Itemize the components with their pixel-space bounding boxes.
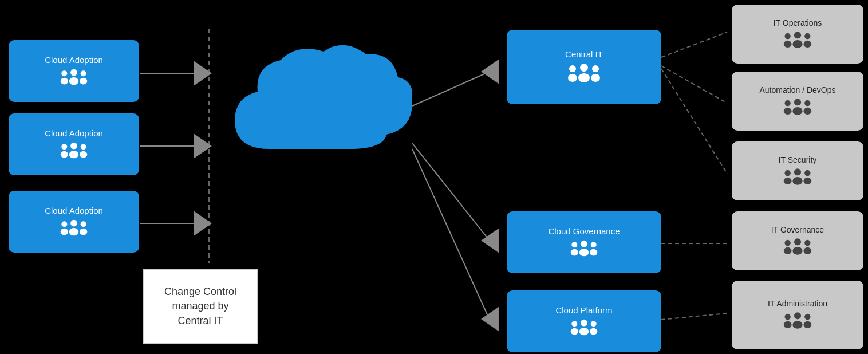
svg-point-73 bbox=[784, 321, 792, 328]
svg-point-65 bbox=[803, 177, 811, 184]
cloud-platform-label: Cloud Platform bbox=[555, 305, 612, 315]
svg-point-56 bbox=[794, 99, 801, 105]
svg-point-30 bbox=[569, 65, 576, 72]
svg-point-36 bbox=[571, 242, 577, 247]
arrow-right-1 bbox=[194, 61, 212, 86]
diagram: Cloud Adoption Cloud Adoption Cloud Adop… bbox=[0, 0, 868, 354]
svg-point-53 bbox=[803, 40, 811, 47]
cloud-adoption-2-label: Cloud Adoption bbox=[45, 128, 103, 138]
svg-point-43 bbox=[571, 328, 578, 335]
it-operations-box: IT Operations bbox=[732, 5, 863, 64]
svg-point-23 bbox=[80, 151, 87, 158]
central-it-icon bbox=[567, 61, 601, 85]
svg-point-61 bbox=[784, 177, 792, 184]
svg-point-39 bbox=[579, 249, 589, 256]
svg-point-29 bbox=[80, 228, 87, 235]
svg-point-15 bbox=[69, 77, 79, 85]
svg-point-31 bbox=[568, 74, 577, 82]
cloud-adoption-box-1: Cloud Adoption bbox=[9, 40, 139, 102]
arrow-left-cloud-governance bbox=[481, 228, 499, 253]
svg-point-77 bbox=[803, 321, 811, 328]
svg-point-50 bbox=[794, 32, 801, 38]
svg-point-14 bbox=[70, 69, 77, 76]
it-operations-label: IT Operations bbox=[774, 18, 822, 27]
cloud-adoption-3-label: Cloud Adoption bbox=[45, 206, 103, 215]
svg-point-67 bbox=[784, 247, 792, 254]
cloud-svg bbox=[223, 34, 412, 172]
svg-point-45 bbox=[579, 328, 589, 335]
svg-point-25 bbox=[61, 228, 68, 235]
automation-devops-box: Automation / DevOps bbox=[732, 72, 863, 131]
svg-point-69 bbox=[792, 247, 802, 255]
svg-point-74 bbox=[794, 312, 801, 319]
cloud-governance-label: Cloud Governance bbox=[548, 226, 620, 236]
svg-point-32 bbox=[580, 64, 588, 72]
cloud-adoption-box-3: Cloud Adoption bbox=[9, 191, 139, 253]
it-security-label: IT Security bbox=[779, 155, 817, 164]
it-security-box: IT Security bbox=[732, 141, 863, 200]
svg-point-63 bbox=[792, 177, 802, 185]
svg-point-20 bbox=[70, 142, 77, 149]
svg-line-7 bbox=[661, 32, 727, 57]
cloud-platform-box: Cloud Platform bbox=[507, 290, 661, 352]
arrow-left-central-it bbox=[481, 59, 499, 84]
svg-point-52 bbox=[804, 33, 810, 38]
svg-point-70 bbox=[804, 239, 810, 245]
central-it-label: Central IT bbox=[565, 49, 603, 59]
svg-point-47 bbox=[590, 328, 597, 335]
it-administration-icon bbox=[783, 310, 812, 331]
svg-point-68 bbox=[794, 238, 801, 245]
svg-point-26 bbox=[70, 219, 77, 226]
it-governance-box: IT Governance bbox=[732, 211, 863, 270]
svg-point-58 bbox=[804, 100, 810, 105]
svg-point-48 bbox=[784, 33, 790, 38]
cloud-governance-box: Cloud Governance bbox=[507, 211, 661, 273]
svg-point-60 bbox=[784, 170, 790, 175]
svg-point-75 bbox=[792, 321, 802, 329]
cloud-platform-icon bbox=[570, 317, 598, 338]
svg-point-71 bbox=[803, 247, 811, 254]
svg-point-41 bbox=[590, 249, 597, 255]
arrow-right-3 bbox=[194, 211, 212, 236]
svg-point-38 bbox=[581, 240, 587, 247]
svg-point-66 bbox=[784, 239, 790, 245]
svg-point-51 bbox=[792, 40, 802, 48]
cloud-governance-icon bbox=[570, 238, 598, 259]
svg-point-33 bbox=[578, 73, 590, 82]
arrow-right-2 bbox=[194, 133, 212, 159]
svg-point-64 bbox=[804, 170, 810, 175]
svg-point-62 bbox=[794, 168, 801, 175]
people-icon-1 bbox=[60, 67, 88, 88]
svg-point-13 bbox=[61, 77, 68, 84]
svg-point-24 bbox=[61, 221, 67, 227]
cloud-adoption-box-2: Cloud Adoption bbox=[9, 113, 139, 175]
svg-point-42 bbox=[571, 321, 577, 327]
cloud-shape bbox=[223, 34, 412, 195]
people-icon-3 bbox=[60, 218, 88, 238]
svg-point-18 bbox=[61, 144, 67, 150]
svg-point-28 bbox=[81, 221, 86, 227]
svg-point-49 bbox=[784, 40, 792, 47]
svg-point-55 bbox=[784, 107, 792, 114]
svg-line-8 bbox=[661, 66, 727, 103]
svg-point-12 bbox=[61, 70, 67, 76]
svg-point-37 bbox=[571, 249, 578, 255]
svg-line-5 bbox=[412, 143, 490, 241]
svg-point-72 bbox=[784, 314, 790, 320]
central-it-box: Central IT bbox=[507, 30, 661, 104]
svg-line-11 bbox=[661, 313, 727, 320]
svg-line-4 bbox=[412, 72, 490, 106]
svg-point-21 bbox=[69, 151, 79, 158]
svg-point-35 bbox=[591, 74, 600, 82]
people-icon-2 bbox=[60, 140, 88, 161]
svg-point-76 bbox=[804, 314, 810, 320]
svg-point-27 bbox=[69, 228, 79, 235]
change-control-box: Change Controlmanaged byCentral IT bbox=[143, 269, 258, 344]
automation-devops-label: Automation / DevOps bbox=[759, 85, 835, 95]
svg-point-16 bbox=[81, 70, 86, 76]
it-security-icon bbox=[783, 167, 812, 187]
it-governance-icon bbox=[783, 237, 812, 257]
svg-point-54 bbox=[784, 100, 790, 105]
it-administration-box: IT Administration bbox=[732, 281, 863, 349]
svg-point-22 bbox=[81, 144, 86, 150]
